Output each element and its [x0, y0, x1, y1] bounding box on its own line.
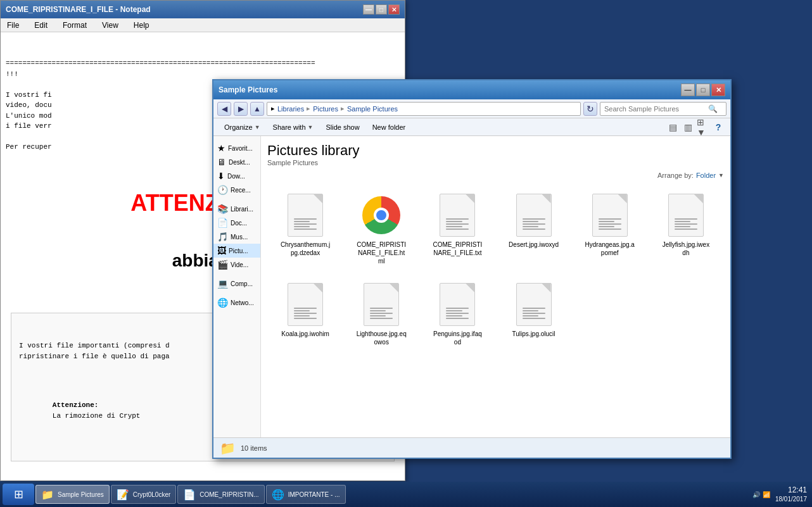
nav-videos[interactable]: 🎬 Vide...	[213, 258, 260, 272]
menu-help[interactable]: Help	[130, 20, 153, 31]
status-items: 10 items	[241, 444, 267, 452]
notepad-minimize-button[interactable]: —	[363, 4, 374, 15]
file-icon-container	[358, 192, 404, 238]
file-icon-generic	[592, 194, 628, 237]
taskbar-item-crypt0locker[interactable]: 📝 Crypt0L0cker	[111, 485, 176, 504]
menu-view[interactable]: View	[98, 20, 122, 31]
file-item-1[interactable]: COME_RIPRISTINARE_I_FILE.html	[346, 187, 417, 271]
library-header: Pictures library Sample Pictures	[267, 142, 724, 166]
start-button[interactable]: ⊞	[3, 484, 34, 505]
file-icon-generic	[288, 283, 323, 326]
taskbar-icon-ie: 🌐	[272, 489, 284, 501]
share-with-button[interactable]: Share with ▼	[267, 120, 319, 134]
notepad-window-controls: — □ ✕	[363, 4, 400, 15]
recent-icon: 🕐	[217, 185, 228, 195]
new-folder-button[interactable]: New folder	[367, 120, 412, 134]
explorer-close-button[interactable]: ✕	[711, 84, 725, 96]
file-item-9[interactable]: Tulips.jpg.olucil	[498, 276, 569, 352]
view-change-button[interactable]: ⊞ ▼	[696, 120, 710, 134]
desktop-icon: 🖥	[217, 157, 226, 167]
computer-icon: 💻	[217, 279, 228, 289]
status-bar: 📁 10 items	[213, 437, 730, 458]
file-label: Chrysanthemum.jpg.dzedax	[280, 241, 331, 257]
preview-pane-button[interactable]: ▤	[666, 120, 680, 134]
nav-downloads[interactable]: ⬇ Dow...	[213, 169, 260, 183]
explorer-title: Sample Pictures	[219, 85, 681, 94]
libraries-icon: 📚	[217, 204, 228, 214]
taskbar-icon-notepad: 📝	[117, 489, 129, 501]
library-title: Pictures library	[267, 142, 724, 159]
taskbar-item-sample-pictures[interactable]: 📁 Sample Pictures	[35, 485, 110, 504]
search-input[interactable]	[604, 105, 706, 113]
menu-format[interactable]: Format	[59, 20, 91, 31]
explorer-minimize-button[interactable]: —	[681, 84, 695, 96]
file-item-3[interactable]: Desert.jpg.iwoxyd	[498, 187, 569, 271]
favorites-icon: ★	[217, 143, 225, 153]
file-grid: Chrysanthemum.jpg.dzedax COME_RIPRISTINA…	[267, 184, 724, 354]
file-icon-container	[358, 282, 404, 327]
tray-icon-2: 📶	[763, 491, 770, 498]
nav-computer[interactable]: 💻 Comp...	[213, 277, 260, 291]
notepad-close-button[interactable]: ✕	[388, 4, 400, 15]
file-icon-container	[511, 282, 557, 327]
notepad-menubar: File Edit Format View Help	[1, 18, 405, 32]
nav-documents[interactable]: 📄 Doc...	[213, 216, 260, 230]
taskbar: ⊞ 📁 Sample Pictures 📝 Crypt0L0cker 📄 COM…	[0, 482, 812, 507]
explorer-maximize-button[interactable]: □	[696, 84, 710, 96]
file-item-2[interactable]: COME_RIPRISTINARE_I_FILE.txt	[422, 187, 493, 271]
notepad-maximize-button[interactable]: □	[376, 4, 387, 15]
path-libraries[interactable]: Libraries	[277, 105, 304, 113]
taskbar-icon-folder: 📁	[41, 489, 54, 501]
file-item-8[interactable]: Penguins.jpg.ifaqod	[422, 276, 493, 352]
explorer-titlebar: Sample Pictures — □ ✕	[213, 80, 730, 99]
address-path[interactable]: ▸ Libraries ▸ Pictures ▸ Sample Pictures	[267, 102, 581, 116]
details-pane-button[interactable]: ▥	[681, 120, 695, 134]
taskbar-item-come-ripristinare[interactable]: 📄 COME_RIPRISTIN...	[177, 485, 264, 504]
forward-button[interactable]: ▶	[234, 102, 248, 116]
nav-pictures[interactable]: 🖼 Pictu...	[213, 244, 260, 258]
taskbar-item-importante[interactable]: 🌐 IMPORTANTE - ...	[266, 485, 346, 504]
path-pictures[interactable]: Pictures	[313, 105, 338, 113]
file-item-6[interactable]: Koala.jpg.iwohim	[270, 276, 341, 352]
refresh-button[interactable]: ↻	[583, 102, 597, 116]
help-button[interactable]: ?	[711, 120, 725, 134]
file-icon-generic	[516, 283, 552, 326]
nav-favorites[interactable]: ★ Favorit...	[213, 141, 260, 155]
menu-file[interactable]: File	[3, 20, 23, 31]
file-label: Koala.jpg.iwohim	[281, 330, 329, 338]
file-icon-container	[282, 282, 328, 327]
file-label: Tulips.jpg.olucil	[512, 330, 555, 338]
file-item-0[interactable]: Chrysanthemum.jpg.dzedax	[270, 187, 341, 271]
back-button[interactable]: ◀	[217, 102, 231, 116]
organize-button[interactable]: Organize ▼	[219, 120, 266, 134]
menu-edit[interactable]: Edit	[30, 20, 51, 31]
file-item-5[interactable]: Jellyfish.jpg.iwexdh	[650, 187, 721, 271]
nav-libraries[interactable]: 📚 Librari...	[213, 202, 260, 216]
file-label: Jellyfish.jpg.iwexdh	[661, 241, 711, 257]
nav-desktop[interactable]: 🖥 Deskt...	[213, 155, 260, 169]
taskbar-right: 🔊 📶 12:41 18/01/2017	[752, 485, 809, 504]
up-button[interactable]: ▲	[250, 102, 264, 116]
nav-recent[interactable]: 🕐 Rece...	[213, 183, 260, 197]
file-icon-generic	[288, 194, 323, 237]
taskbar-label-sample-pictures: Sample Pictures	[58, 491, 104, 498]
file-label: Desert.jpg.iwoxyd	[509, 241, 559, 249]
clock-time: 12:41	[775, 485, 807, 496]
content-area: Pictures library Sample Pictures Arrange…	[261, 136, 730, 456]
file-label: Lighthouse.jpg.eqowos	[356, 330, 407, 346]
nav-music[interactable]: 🎵 Mus...	[213, 230, 260, 244]
file-icon-container	[663, 192, 709, 238]
slide-show-button[interactable]: Slide show	[320, 120, 365, 134]
file-icon-container	[282, 192, 328, 238]
path-sample-pictures[interactable]: Sample Pictures	[347, 105, 398, 113]
file-icon-generic	[364, 283, 399, 326]
file-icon-generic	[440, 194, 475, 237]
nav-network[interactable]: 🌐 Netwo...	[213, 296, 260, 310]
file-item-4[interactable]: Hydrangeas.jpg.apomef	[574, 187, 645, 271]
status-folder-icon: 📁	[220, 441, 236, 456]
notepad-titlebar: COME_RIPRISTINARE_I_FILE - Notepad — □ ✕	[1, 1, 405, 18]
file-label: Hydrangeas.jpg.apomef	[585, 241, 635, 257]
file-item-7[interactable]: Lighthouse.jpg.eqowos	[346, 276, 417, 352]
arrange-value[interactable]: Folder	[696, 172, 716, 179]
share-chevron: ▼	[308, 124, 314, 130]
